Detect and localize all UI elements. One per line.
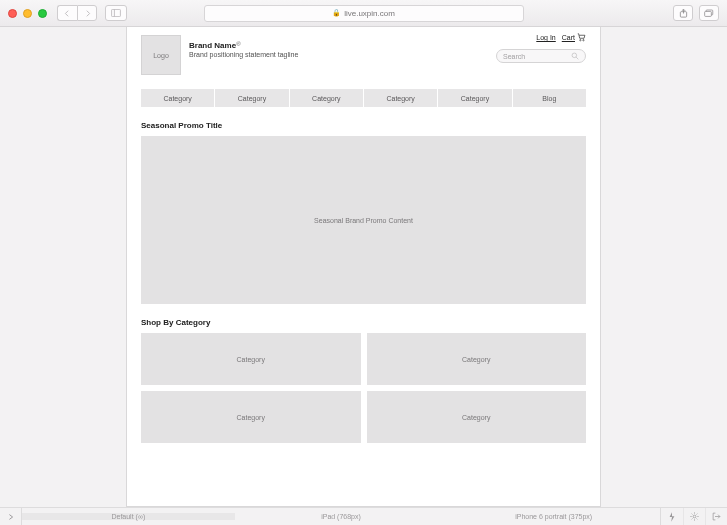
nav-item-category[interactable]: Category <box>364 89 438 107</box>
category-card-label: Category <box>237 356 265 363</box>
page-canvas: Logo Brand Name® Brand positioning state… <box>126 27 601 507</box>
nav-item-label: Category <box>461 95 489 102</box>
maximize-window-icon[interactable] <box>38 9 47 18</box>
back-forward-group <box>57 5 97 21</box>
svg-line-16 <box>697 514 698 515</box>
exit-icon[interactable] <box>705 508 727 525</box>
search-icon <box>571 52 579 60</box>
svg-point-6 <box>583 40 584 41</box>
nav-item-label: Blog <box>542 95 556 102</box>
login-link[interactable]: Log In <box>536 34 555 41</box>
search-input[interactable]: Search <box>496 49 586 63</box>
promo-hero[interactable]: Seasonal Brand Promo Content <box>141 136 586 304</box>
svg-rect-4 <box>705 11 712 16</box>
show-sidebar-button[interactable] <box>105 5 127 21</box>
category-card[interactable]: Category <box>141 391 361 443</box>
category-card[interactable]: Category <box>367 391 587 443</box>
breakpoint-default[interactable]: Default (∞) <box>22 513 235 520</box>
svg-point-5 <box>580 40 581 41</box>
svg-line-8 <box>576 57 578 59</box>
svg-point-9 <box>693 515 696 518</box>
breakpoint-label: iPad (768px) <box>321 513 361 520</box>
nav-item-label: Category <box>163 95 191 102</box>
category-card[interactable]: Category <box>367 333 587 385</box>
bottom-bar-actions <box>660 508 727 525</box>
minimize-window-icon[interactable] <box>23 9 32 18</box>
registered-mark: ® <box>236 41 240 47</box>
svg-line-14 <box>692 514 693 515</box>
nav-item-category[interactable]: Category <box>438 89 512 107</box>
search-placeholder: Search <box>503 53 571 60</box>
svg-point-7 <box>572 53 577 58</box>
category-card-label: Category <box>462 356 490 363</box>
share-button[interactable] <box>673 5 693 21</box>
svg-rect-0 <box>112 9 121 16</box>
category-grid: Category Category Category Category <box>141 333 586 443</box>
lock-icon: 🔒 <box>332 9 341 17</box>
brand-block: Brand Name® Brand positioning statement … <box>189 41 298 58</box>
nav-item-label: Category <box>386 95 414 102</box>
cart-label: Cart <box>562 34 575 41</box>
back-button[interactable] <box>57 5 77 21</box>
expand-panel-button[interactable] <box>0 508 22 525</box>
breakpoint-label: iPhone 6 portrait (375px) <box>515 513 592 520</box>
svg-line-15 <box>697 519 698 520</box>
breakpoint-bar: Default (∞) iPad (768px) iPhone 6 portra… <box>0 507 727 525</box>
category-card[interactable]: Category <box>141 333 361 385</box>
svg-line-17 <box>692 519 693 520</box>
brand-tagline: Brand positioning statement tagline <box>189 51 298 58</box>
brand-name: Brand Name <box>189 41 236 50</box>
close-window-icon[interactable] <box>8 9 17 18</box>
promo-section-title: Seasonal Promo Title <box>141 121 586 130</box>
header-utility-links: Log In Cart <box>536 33 586 42</box>
settings-icon[interactable] <box>683 508 705 525</box>
cart-icon <box>577 33 586 42</box>
address-bar[interactable]: 🔒 live.uxpin.com <box>204 5 524 22</box>
nav-item-category[interactable]: Category <box>215 89 289 107</box>
nav-item-category[interactable]: Category <box>290 89 364 107</box>
promo-content-label: Seasonal Brand Promo Content <box>314 217 413 224</box>
nav-item-blog[interactable]: Blog <box>513 89 586 107</box>
logo-label: Logo <box>153 52 169 59</box>
forward-button[interactable] <box>77 5 97 21</box>
breakpoint-iphone[interactable]: iPhone 6 portrait (375px) <box>447 513 660 520</box>
primary-nav: Category Category Category Category Cate… <box>141 89 586 107</box>
shop-section-title: Shop By Category <box>141 318 586 327</box>
url-host: live.uxpin.com <box>344 9 395 18</box>
nav-item-label: Category <box>238 95 266 102</box>
breakpoint-ipad[interactable]: iPad (768px) <box>235 513 448 520</box>
window-controls <box>8 9 47 18</box>
browser-toolbar: 🔒 live.uxpin.com <box>0 0 727 27</box>
category-card-label: Category <box>237 414 265 421</box>
category-card-label: Category <box>462 414 490 421</box>
nav-item-label: Category <box>312 95 340 102</box>
nav-item-category[interactable]: Category <box>141 89 215 107</box>
cart-link[interactable]: Cart <box>562 33 586 42</box>
tabs-button[interactable] <box>699 5 719 21</box>
preview-viewport: Logo Brand Name® Brand positioning state… <box>0 27 727 507</box>
breakpoint-label: Default (∞) <box>111 513 145 520</box>
flash-icon[interactable] <box>661 508 683 525</box>
logo-placeholder[interactable]: Logo <box>141 35 181 75</box>
site-header: Logo Brand Name® Brand positioning state… <box>141 27 586 75</box>
